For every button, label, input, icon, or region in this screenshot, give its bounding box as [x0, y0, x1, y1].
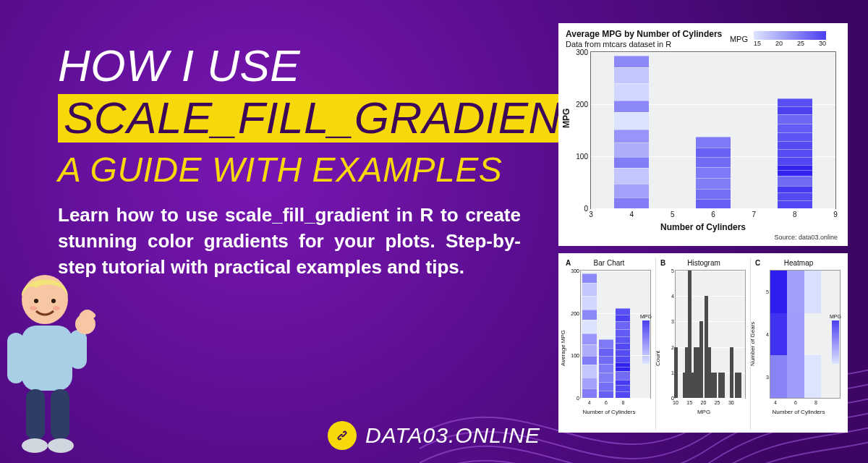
svg-rect-7	[69, 330, 87, 369]
facet-c: C Heatmap Number of Gears MPG 345468 Num…	[750, 258, 845, 430]
chart-xlabel: Number of Cylinders	[566, 222, 841, 232]
facet-ylabel: Average MPG	[560, 330, 566, 366]
facet-xlabel: MPG	[660, 409, 747, 415]
legend-title: MPG	[730, 35, 748, 43]
chart-ylabel: MPG	[561, 109, 571, 128]
headline-lede: Learn how to use scale_fill_gradient in …	[58, 203, 521, 281]
legend-title: MPG	[827, 314, 844, 319]
facet-title: Histogram	[660, 259, 747, 267]
legend-gradient	[754, 31, 826, 40]
legend-ticks: 15 20 25 30	[754, 40, 826, 47]
svg-rect-5	[22, 326, 72, 391]
facet-legend: MPG	[637, 314, 655, 365]
facet-xlabel: Number of Cylinders	[566, 409, 652, 415]
svg-point-3	[30, 306, 37, 310]
facet-title: Heatmap	[755, 259, 842, 267]
facet-legend: MPG	[827, 314, 844, 365]
svg-point-1	[34, 299, 38, 303]
facet-a: A Bar Chart Average MPG MPG 010020030046…	[561, 258, 655, 430]
svg-rect-6	[7, 333, 25, 383]
headline-block: HOW I USE SCALE_FILL_GRADIENT A GUIDE WI…	[58, 43, 550, 281]
headline-line1: HOW I USE	[58, 43, 550, 88]
chart-facets: A Bar Chart Average MPG MPG 010020030046…	[558, 253, 848, 433]
legend-title: MPG	[637, 314, 655, 319]
chart-plot-area: 01002003003456789	[590, 51, 836, 209]
facet-xlabel: Number of Cylinders	[755, 409, 842, 415]
chart-main: Average MPG by Number of Cylinders Data …	[558, 23, 848, 246]
legend-tick: 20	[775, 40, 783, 47]
facet-plot-area: MPG 0100200300468	[580, 270, 651, 399]
chart-source: Source: data03.online	[566, 234, 841, 241]
facet-title: Bar Chart	[566, 259, 652, 267]
svg-point-2	[51, 299, 56, 303]
legend-tick: 30	[819, 40, 826, 47]
legend-gradient	[832, 320, 839, 364]
facet-plot-area: MPG 345468	[770, 270, 841, 399]
svg-point-4	[53, 306, 60, 310]
link-icon	[328, 421, 357, 450]
facet-plot-area: 0123451015202530	[675, 270, 746, 399]
legend-tick: 25	[797, 40, 804, 47]
headline-code: SCALE_FILL_GRADIENT	[58, 94, 595, 143]
brand-text: DATA03.ONLINE	[365, 423, 540, 448]
facet-ylabel: Number of Gears	[749, 322, 756, 366]
legend-gradient	[642, 320, 650, 364]
legend-tick: 15	[754, 40, 761, 47]
headline-line2: A GUIDE WITH EXAMPLES	[58, 150, 550, 190]
chart-column: Average MPG by Number of Cylinders Data …	[558, 23, 848, 433]
facet-b: B Histogram Count 0123451015202530 MPG	[655, 258, 750, 430]
facet-ylabel: Count	[655, 351, 661, 366]
